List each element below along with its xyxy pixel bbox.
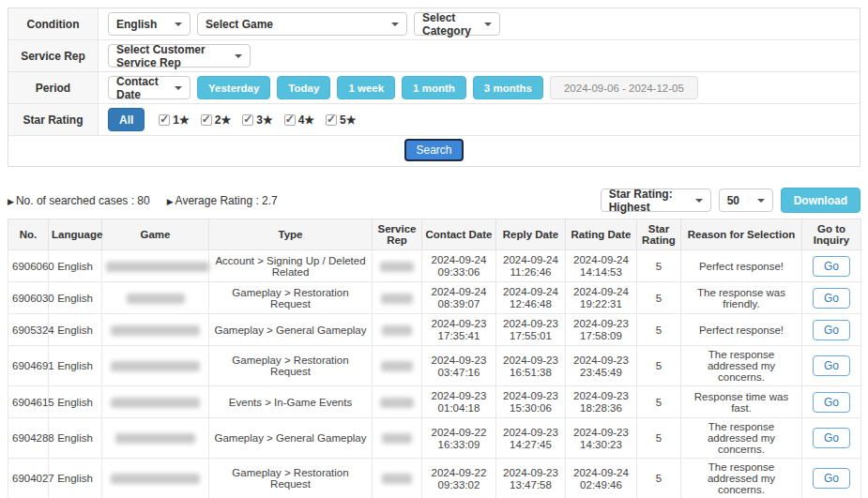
- redacted-game-text: [127, 294, 185, 304]
- go-to-inquiry-button[interactable]: Go: [813, 428, 850, 448]
- cell-star-rating: 5: [637, 282, 681, 314]
- checkbox-checked-icon[interactable]: [242, 114, 253, 126]
- page-size-select[interactable]: 50: [719, 189, 773, 212]
- cell-service-rep: [373, 418, 422, 459]
- redacted-game-text: [111, 361, 200, 371]
- category-select[interactable]: Select Category: [414, 12, 500, 36]
- star-rating-all-button[interactable]: All: [108, 108, 145, 131]
- checkbox-checked-icon[interactable]: [159, 114, 170, 126]
- chevron-down-icon: [235, 54, 242, 58]
- column-header: Star Rating: [637, 219, 681, 250]
- cell-rating-date: 2024-09-2317:58:09: [566, 314, 637, 346]
- go-to-inquiry-button[interactable]: Go: [813, 468, 850, 489]
- checkbox-checked-icon[interactable]: [201, 114, 212, 126]
- filter-panel: Condition English Select Game Select Cat…: [8, 8, 860, 167]
- column-header: Language: [49, 219, 102, 250]
- game-select-value: Select Game: [206, 18, 273, 31]
- go-to-inquiry-button[interactable]: Go: [813, 288, 850, 309]
- redacted-rep-text: [382, 325, 412, 336]
- category-select-value: Select Category: [422, 11, 477, 38]
- redacted-rep-text: [380, 398, 414, 408]
- cell-no: 6906030: [8, 282, 49, 314]
- search-button[interactable]: Search: [404, 139, 463, 161]
- chevron-down-icon: [175, 86, 182, 90]
- redacted-rep-text: [381, 294, 413, 304]
- condition-label: Condition: [8, 8, 99, 39]
- checkbox-checked-icon[interactable]: [284, 114, 296, 126]
- table-row: 6906030 English Gameplay > Restoration R…: [8, 282, 861, 314]
- cell-contact-date: 2024-09-2303:47:16: [422, 346, 496, 386]
- cell-reason: Response time was fast.: [681, 386, 802, 418]
- cell-reply-date: 2024-09-2411:26:46: [496, 250, 566, 282]
- star-rating-row: Star Rating All 1★2★3★4★5★: [8, 104, 860, 136]
- star-option-label: 2★: [215, 113, 231, 127]
- period-label: Period: [8, 72, 99, 103]
- star-option-label: 5★: [340, 113, 356, 127]
- table-row: 6904691 English Gameplay > Restoration R…: [8, 346, 861, 386]
- star-option-label: 3★: [256, 113, 272, 127]
- search-row: Search: [8, 136, 860, 166]
- cell-type: Account > Signing Up / Deleted Related: [209, 250, 373, 282]
- period-type-select-value: Contact Date: [116, 75, 167, 101]
- cell-star-rating: 5: [637, 386, 681, 418]
- column-header: Reason for Selection: [681, 219, 802, 250]
- meta-bar: ▶No. of searched cases : 80 ▶Average Rat…: [8, 188, 860, 213]
- table-row: 6904288 English Gameplay > General Gamep…: [8, 418, 861, 459]
- checkbox-checked-icon[interactable]: [326, 114, 337, 126]
- cell-type: Gameplay > General Gameplay: [209, 314, 373, 346]
- star-rating-option[interactable]: 1★: [159, 113, 189, 127]
- period-type-select[interactable]: Contact Date: [108, 76, 190, 99]
- star-rating-option[interactable]: 4★: [284, 113, 314, 127]
- go-to-inquiry-button[interactable]: Go: [813, 392, 850, 413]
- redacted-rep-text: [382, 433, 412, 444]
- chevron-down-icon: [484, 23, 492, 26]
- redacted-game-text: [106, 262, 209, 272]
- period-quick-button[interactable]: 1 month: [402, 76, 466, 99]
- go-to-inquiry-button[interactable]: Go: [813, 320, 850, 340]
- star-rating-option[interactable]: 2★: [201, 113, 231, 127]
- cell-rating-date: 2024-09-2419:22:31: [566, 282, 637, 314]
- cell-type: Gameplay > General Gameplay: [209, 418, 373, 459]
- sort-select-value: Star Rating: Highest: [609, 188, 688, 214]
- cell-no: 6904288: [8, 418, 49, 459]
- sort-select[interactable]: Star Rating: Highest: [601, 189, 711, 212]
- cell-contact-date: 2024-09-2408:39:07: [422, 282, 496, 314]
- cell-reply-date: 2024-09-2315:30:06: [496, 386, 566, 418]
- period-row: Period Contact Date YesterdayToday1 week…: [8, 72, 860, 104]
- cell-go: Go: [802, 346, 861, 386]
- period-quick-button[interactable]: 1 week: [337, 76, 395, 99]
- cell-no: 6906060: [8, 250, 49, 282]
- go-to-inquiry-button[interactable]: Go: [813, 256, 850, 277]
- period-quick-button[interactable]: Yesterday: [197, 76, 270, 99]
- download-button[interactable]: Download: [781, 188, 860, 213]
- go-to-inquiry-button[interactable]: Go: [813, 355, 850, 376]
- redacted-rep-text: [382, 474, 412, 484]
- star-rating-option[interactable]: 5★: [326, 113, 356, 127]
- game-select[interactable]: Select Game: [197, 12, 407, 36]
- cell-go: Go: [802, 250, 861, 282]
- cell-go: Go: [802, 418, 861, 459]
- language-select[interactable]: English: [108, 12, 190, 36]
- service-rep-select[interactable]: Select Customer Service Rep: [108, 44, 251, 68]
- cell-game: [102, 346, 209, 386]
- cell-language: English: [49, 346, 102, 386]
- service-rep-label: Service Rep: [8, 40, 99, 71]
- average-rating: ▶Average Rating : 2.7: [167, 194, 278, 207]
- cell-go: Go: [802, 386, 861, 418]
- cell-star-rating: 5: [637, 459, 681, 498]
- star-rating-options: 1★2★3★4★5★: [159, 113, 367, 127]
- cell-reason: The response addressed my concerns.: [681, 418, 802, 459]
- page: Condition English Select Game Select Cat…: [0, 0, 868, 498]
- cell-go: Go: [802, 459, 861, 498]
- period-quick-button[interactable]: 3 months: [473, 76, 543, 99]
- cell-service-rep: [373, 250, 422, 282]
- condition-row: Condition English Select Game Select Cat…: [8, 8, 860, 40]
- searched-cases-count: ▶No. of searched cases : 80: [8, 194, 150, 207]
- date-range-field[interactable]: 2024-09-06 - 2024-12-05: [550, 76, 698, 99]
- cell-rating-date: 2024-09-2323:45:49: [566, 346, 637, 386]
- star-rating-option[interactable]: 3★: [242, 113, 272, 127]
- cell-contact-date: 2024-09-2216:33:09: [422, 418, 496, 459]
- period-quick-button[interactable]: Today: [277, 76, 330, 99]
- cell-go: Go: [802, 282, 861, 314]
- column-header: Type: [209, 219, 373, 250]
